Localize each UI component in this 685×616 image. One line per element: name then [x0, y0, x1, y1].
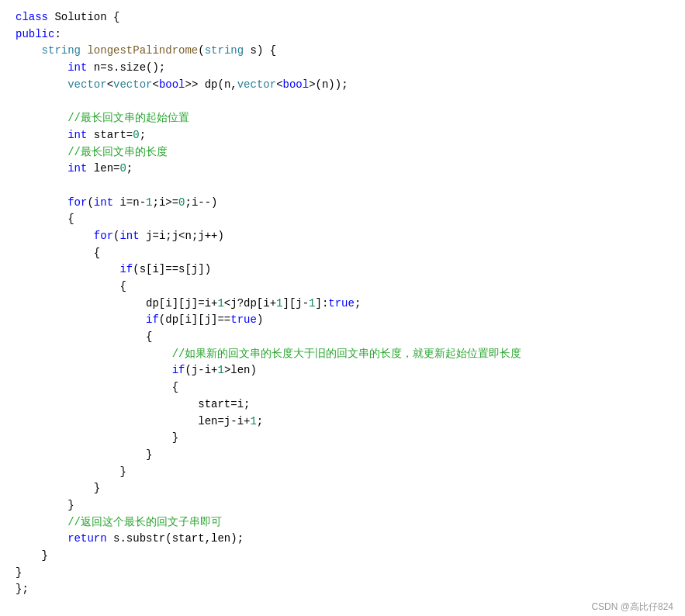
code-line-32: return s.substr(start,len);	[16, 531, 669, 548]
code-line-29: }	[16, 480, 669, 497]
code-line-16: if(s[i]==s[j])	[16, 261, 669, 279]
code-line-19: if(dp[i][j]==true)	[16, 312, 669, 329]
watermark: CSDN @高比仔824	[591, 600, 673, 614]
code-line-4: int n=s.size();	[16, 60, 669, 77]
code-line-8: int start=0;	[16, 127, 669, 144]
code-line-27: }	[16, 447, 669, 464]
code-editor: class Solution { public: string longestP…	[0, 0, 685, 616]
code-line-33: }	[16, 548, 669, 565]
code-line-9: //最长回文串的长度	[16, 144, 669, 161]
code-line-14: for(int j=i;j<n;j++)	[16, 228, 669, 245]
code-line-35: };	[16, 581, 669, 598]
code-line-34: }	[16, 565, 669, 582]
code-line-11	[16, 178, 669, 195]
code-line-24: start=i;	[16, 396, 669, 414]
code-line-18: dp[i][j]=i+1<j?dp[i+1][j-1]:true;	[16, 296, 669, 313]
code-line-7: //最长回文串的起始位置	[16, 110, 669, 127]
code-line-22: if(j-i+1>len)	[16, 362, 669, 379]
code-line-23: {	[16, 379, 669, 396]
code-line-1: class Solution {	[16, 9, 669, 26]
code-line-30: }	[16, 497, 669, 514]
code-line-12: for(int i=n-1;i>=0;i--)	[16, 195, 669, 212]
code-line-28: }	[16, 464, 669, 481]
code-line-6	[16, 93, 669, 110]
code-line-2: public:	[16, 26, 669, 43]
code-line-25: len=j-i+1;	[16, 414, 669, 431]
code-line-17: {	[16, 279, 669, 296]
code-line-3: string longestPalindrome(string s) {	[16, 43, 669, 60]
code-line-20: {	[16, 329, 669, 346]
code-line-21: //如果新的回文串的长度大于旧的回文串的长度，就更新起始位置即长度	[16, 346, 669, 363]
code-line-13: {	[16, 211, 669, 228]
code-line-5: vector<vector<bool>> dp(n,vector<bool>(n…	[16, 77, 669, 94]
code-line-10: int len=0;	[16, 161, 669, 178]
code-line-15: {	[16, 245, 669, 262]
code-line-31: //返回这个最长的回文子串即可	[16, 514, 669, 531]
code-line-26: }	[16, 430, 669, 447]
